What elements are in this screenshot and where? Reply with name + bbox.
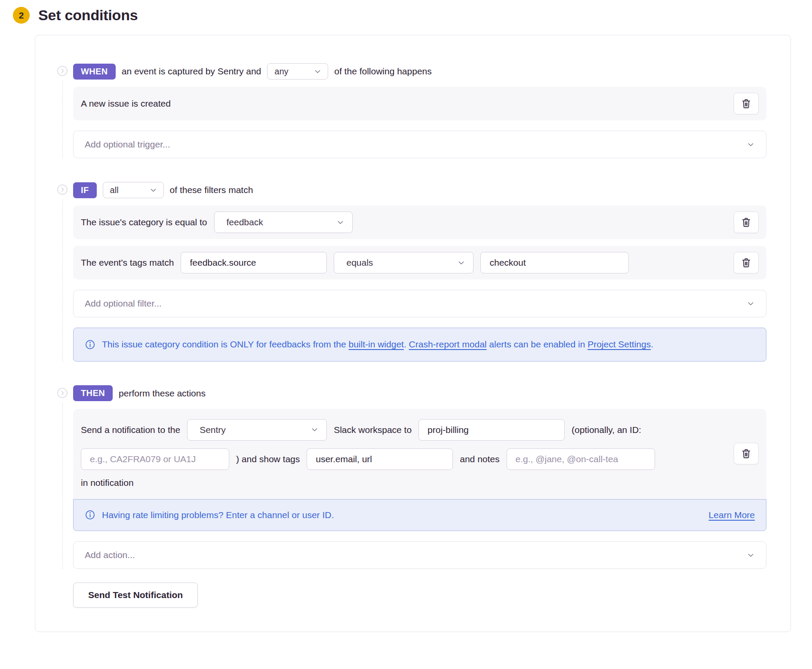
- when-badge: WHEN: [73, 64, 116, 80]
- workspace-select[interactable]: Sentry: [187, 419, 327, 441]
- step-number-badge: 2: [13, 7, 30, 24]
- chevron-down-icon: [336, 218, 344, 227]
- delete-tags-filter-button[interactable]: [734, 252, 759, 273]
- action-text-4: ) and show tags: [236, 454, 300, 464]
- add-action-select[interactable]: Add action...: [73, 541, 766, 569]
- project-settings-link[interactable]: Project Settings: [587, 339, 651, 349]
- channel-input[interactable]: [418, 419, 565, 441]
- rail-connector-line: [62, 81, 63, 158]
- when-frequency-select[interactable]: any: [267, 63, 328, 80]
- then-label-row: THEN perform these actions: [73, 385, 766, 402]
- if-label-row: IF all of these filters match: [73, 181, 766, 199]
- if-badge: IF: [73, 182, 97, 198]
- add-optional-trigger-select[interactable]: Add optional trigger...: [73, 131, 766, 158]
- built-in-widget-link[interactable]: built-in widget: [349, 339, 404, 349]
- filter-category-value: feedback: [227, 217, 263, 227]
- delete-trigger-button[interactable]: [734, 93, 759, 114]
- filter-row-tags: The event's tags match equals: [73, 246, 766, 279]
- when-label-suffix: of the following happens: [334, 66, 432, 77]
- chevron-down-icon: [747, 551, 755, 559]
- info-circle-icon: [85, 338, 95, 352]
- step-number: 2: [19, 10, 24, 21]
- if-match-value: all: [110, 185, 119, 195]
- alert-text: .: [651, 339, 653, 349]
- if-label-suffix: of these filters match: [170, 185, 253, 195]
- then-label-suffix: perform these actions: [119, 388, 206, 399]
- rate-limit-text: Having rate limiting problems? Enter a c…: [102, 508, 334, 522]
- action-text-2: Slack workspace to: [334, 425, 412, 435]
- tag-key-input[interactable]: [181, 252, 327, 273]
- chevron-down-icon: [457, 259, 465, 267]
- then-badge: THEN: [73, 385, 113, 401]
- rail-connector-line: [62, 199, 63, 362]
- delete-action-button[interactable]: [734, 443, 759, 464]
- chevron-down-icon: [747, 141, 755, 149]
- trash-icon: [741, 98, 752, 109]
- then-rail: [57, 385, 68, 569]
- set-conditions-page: 2 Set conditions WHEN an event is captur…: [0, 0, 812, 645]
- alert-text: This issue category condition is ONLY fo…: [102, 339, 349, 349]
- trash-icon: [741, 448, 752, 459]
- add-trigger-placeholder: Add optional trigger...: [85, 139, 170, 150]
- chevron-down-icon: [747, 300, 755, 308]
- when-frequency-value: any: [274, 67, 288, 77]
- action-text-5: and notes: [460, 454, 499, 464]
- tag-operator-select[interactable]: equals: [334, 252, 474, 273]
- action-text-3: (optionally, an ID:: [572, 425, 641, 435]
- chevron-right-circle-icon: [57, 387, 68, 399]
- crash-report-modal-link[interactable]: Crash-report modal: [409, 339, 487, 349]
- category-info-text: This issue category condition is ONLY fo…: [102, 338, 653, 352]
- chevron-right-circle-icon: [57, 184, 68, 195]
- category-info-alert: This issue category condition is ONLY fo…: [73, 328, 766, 362]
- tag-operator-value: equals: [346, 258, 373, 268]
- chevron-down-icon: [311, 426, 319, 434]
- when-section: WHEN an event is captured by Sentry and …: [57, 63, 766, 158]
- trash-icon: [741, 217, 752, 228]
- trigger-condition-text: A new issue is created: [81, 98, 171, 109]
- when-label-prefix: an event is captured by Sentry and: [122, 66, 261, 77]
- if-match-select[interactable]: all: [103, 182, 164, 198]
- slack-action-fields: Send a notification to the Sentry Slack …: [81, 419, 726, 488]
- action-text-6: in notification: [81, 478, 726, 488]
- tags-to-show-input[interactable]: [307, 448, 453, 470]
- trigger-condition-row: A new issue is created: [73, 87, 766, 120]
- delete-category-filter-button[interactable]: [734, 212, 759, 233]
- filter-tags-text: The event's tags match: [81, 258, 174, 268]
- learn-more-link[interactable]: Learn More: [709, 508, 755, 522]
- rail-connector-line: [62, 403, 63, 569]
- chevron-down-icon: [149, 186, 157, 194]
- action-text-1: Send a notification to the: [81, 425, 180, 435]
- rate-limit-alert: Having rate limiting problems? Enter a c…: [73, 499, 766, 531]
- add-optional-filter-select[interactable]: Add optional filter...: [73, 290, 766, 317]
- info-circle-icon: [85, 509, 95, 520]
- if-section: IF all of these filters match The issue'…: [57, 181, 766, 362]
- then-section: THEN perform these actions Send a notifi…: [57, 385, 766, 569]
- trash-icon: [741, 257, 752, 268]
- add-action-placeholder: Add action...: [85, 550, 135, 560]
- alert-text: alerts can be enabled in: [486, 339, 587, 349]
- workspace-value: Sentry: [200, 425, 226, 435]
- page-header: 2 Set conditions: [13, 7, 812, 24]
- when-rail: [57, 63, 68, 158]
- filter-category-text: The issue's category is equal to: [81, 217, 207, 227]
- channel-id-input[interactable]: [81, 448, 229, 470]
- alert-text: .: [404, 339, 409, 349]
- tag-value-input[interactable]: [480, 252, 629, 273]
- filter-category-select[interactable]: feedback: [214, 212, 353, 233]
- when-label-row: WHEN an event is captured by Sentry and …: [73, 63, 766, 80]
- add-filter-placeholder: Add optional filter...: [85, 298, 162, 309]
- if-rail: [57, 181, 68, 362]
- send-test-notification-button[interactable]: Send Test Notification: [73, 583, 198, 608]
- page-title: Set conditions: [38, 7, 138, 24]
- filter-row-category: The issue's category is equal to feedbac…: [73, 206, 766, 239]
- chevron-down-icon: [314, 68, 322, 76]
- chevron-right-circle-icon: [57, 65, 68, 77]
- conditions-card: WHEN an event is captured by Sentry and …: [35, 35, 791, 632]
- notes-input[interactable]: [507, 448, 655, 470]
- slack-action-row: Send a notification to the Sentry Slack …: [73, 409, 766, 499]
